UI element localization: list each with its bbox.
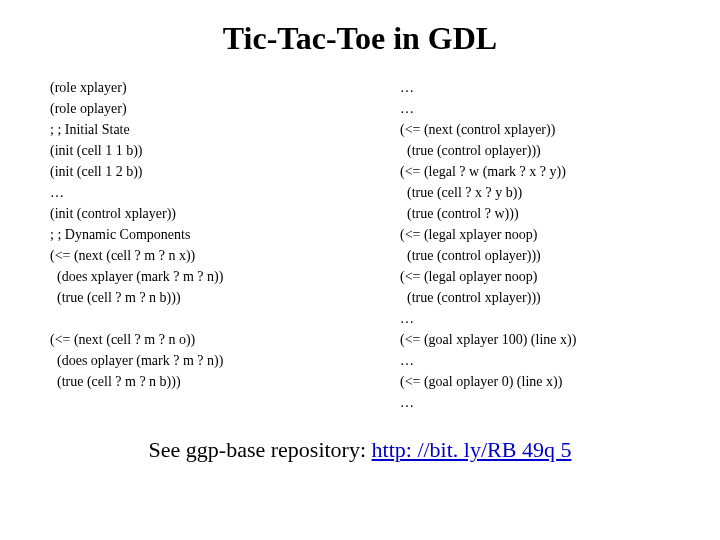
code-line: (role oplayer)	[50, 98, 320, 119]
code-line: (role xplayer)	[50, 77, 320, 98]
code-line: (true (control xplayer)))	[400, 287, 670, 308]
code-line: (<= (legal oplayer noop)	[400, 266, 670, 287]
code-line: (<= (goal xplayer 100) (line x))	[400, 329, 670, 350]
code-line: ; ; Dynamic Components	[50, 224, 320, 245]
code-line: (init (cell 1 1 b))	[50, 140, 320, 161]
footer-prefix: See ggp-base repository:	[149, 437, 372, 462]
code-line: (init (control xplayer))	[50, 203, 320, 224]
left-column: (role xplayer) (role oplayer) ; ; Initia…	[50, 77, 320, 413]
code-line: (true (control oplayer)))	[400, 245, 670, 266]
code-line: …	[400, 350, 670, 371]
code-line: (true (cell ? m ? n b)))	[50, 371, 320, 392]
code-line: (<= (next (control xplayer))	[400, 119, 670, 140]
code-line: (true (cell ? m ? n b)))	[50, 287, 320, 308]
code-line: (<= (next (cell ? m ? n o))	[50, 329, 320, 350]
code-line: ; ; Initial State	[50, 119, 320, 140]
right-column: … … (<= (next (control xplayer)) (true (…	[400, 77, 670, 413]
code-line: …	[400, 77, 670, 98]
footer: See ggp-base repository: http: //bit. ly…	[50, 437, 670, 463]
code-line: (<= (legal xplayer noop)	[400, 224, 670, 245]
code-line: (<= (next (cell ? m ? n x))	[50, 245, 320, 266]
code-line: …	[400, 98, 670, 119]
code-line: (true (control oplayer)))	[400, 140, 670, 161]
page-title: Tic-Tac-Toe in GDL	[50, 20, 670, 57]
code-line: …	[400, 392, 670, 413]
code-line: (true (cell ? x ? y b))	[400, 182, 670, 203]
code-line: (true (control ? w)))	[400, 203, 670, 224]
code-line	[50, 308, 320, 329]
code-line: (does xplayer (mark ? m ? n))	[50, 266, 320, 287]
code-columns: (role xplayer) (role oplayer) ; ; Initia…	[50, 77, 670, 413]
code-line: (<= (legal ? w (mark ? x ? y))	[400, 161, 670, 182]
code-line: …	[400, 308, 670, 329]
code-line: (does oplayer (mark ? m ? n))	[50, 350, 320, 371]
code-line: (<= (goal oplayer 0) (line x))	[400, 371, 670, 392]
code-line: …	[50, 182, 320, 203]
code-line: (init (cell 1 2 b))	[50, 161, 320, 182]
repo-link[interactable]: http: //bit. ly/RB 49q 5	[372, 437, 572, 462]
